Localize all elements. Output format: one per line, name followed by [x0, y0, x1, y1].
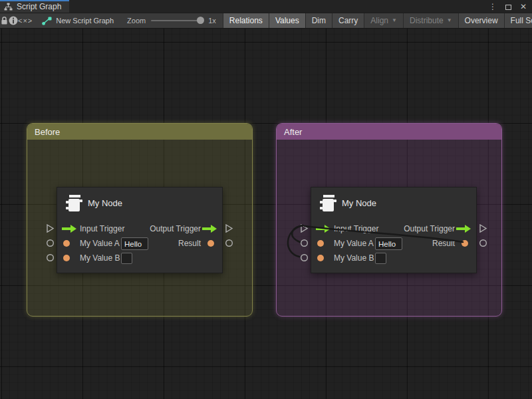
input-trigger-label: Input Trigger	[80, 222, 124, 235]
node-title: My Node	[88, 188, 122, 218]
values-button[interactable]: Values	[269, 13, 305, 28]
ext-flow-inlet-after[interactable]	[300, 224, 309, 233]
zoom-value: 1x	[208, 17, 216, 25]
ext-flow-outlet-after[interactable]	[479, 224, 487, 233]
input-trigger-port-icon[interactable]	[62, 225, 77, 233]
input-trigger-label: Input Trigger	[334, 222, 378, 235]
output-trigger-port-icon[interactable]	[202, 225, 217, 233]
node-my-node-after[interactable]: My Node Input Trigger Output Trigger My …	[311, 187, 477, 273]
group-after-title: After	[284, 127, 302, 137]
node-title: My Node	[342, 188, 376, 218]
chevron-down-icon: ▼	[447, 18, 452, 23]
ext-value-inlet-a-before[interactable]	[46, 239, 55, 247]
graph-name-label: New Script Graph	[56, 17, 114, 25]
code-preview-button[interactable]: <×>	[18, 13, 33, 28]
unit-node-icon	[319, 194, 337, 213]
zoom-control: Zoom 1x	[127, 13, 216, 28]
result-port-icon[interactable]	[207, 240, 214, 247]
node-my-node-before[interactable]: My Node Input Trigger Output Trigger My …	[57, 187, 223, 273]
value-b-label: My Value B	[80, 251, 120, 265]
ext-value-inlet-b-after[interactable]	[300, 253, 309, 262]
output-trigger-port-icon[interactable]	[456, 225, 471, 233]
node-header[interactable]: My Node	[311, 188, 476, 218]
value-a-port-icon[interactable]	[317, 240, 324, 247]
value-a-input[interactable]	[375, 237, 402, 250]
value-b-row: My Value B	[311, 251, 476, 265]
ext-value-outlet-after[interactable]	[479, 239, 487, 247]
input-trigger-port-icon[interactable]	[316, 225, 331, 233]
overview-button[interactable]: Overview	[458, 13, 504, 28]
trigger-row: Input Trigger Output Trigger	[311, 222, 476, 235]
value-a-port-icon[interactable]	[63, 240, 70, 247]
script-graph-asset-icon	[42, 17, 52, 25]
value-b-input[interactable]	[121, 253, 132, 264]
script-graph-window: Script Graph ⋮ ✕ <×>	[0, 0, 532, 399]
dim-button[interactable]: Dim	[305, 13, 332, 28]
info-button[interactable]	[9, 13, 18, 28]
tab-label: Script Graph	[17, 2, 61, 11]
result-label: Result	[178, 237, 201, 250]
carry-button[interactable]: Carry	[332, 13, 364, 28]
ext-flow-outlet-before[interactable]	[225, 224, 233, 233]
group-before-header[interactable]: Before	[27, 124, 252, 140]
tab-script-graph[interactable]: Script Graph	[0, 0, 69, 13]
window-controls: ⋮ ✕	[489, 0, 527, 13]
ext-flow-inlet-before[interactable]	[46, 224, 55, 233]
graph-canvas[interactable]: Before After My Node	[0, 29, 532, 399]
maximize-icon[interactable]	[505, 1, 511, 13]
value-b-port-icon[interactable]	[63, 255, 70, 261]
graph-identity: New Script Graph	[42, 13, 114, 28]
info-icon	[9, 16, 18, 25]
value-a-input[interactable]	[121, 237, 148, 250]
value-b-port-icon[interactable]	[317, 255, 324, 261]
output-trigger-label: Output Trigger	[404, 222, 455, 235]
group-after-header[interactable]: After	[277, 124, 501, 140]
lock-button[interactable]	[0, 13, 9, 28]
distribute-dropdown-button[interactable]: Distribute ▼	[403, 13, 458, 28]
output-trigger-label: Output Trigger	[150, 222, 201, 235]
zoom-slider-handle[interactable]	[197, 17, 204, 24]
value-a-label: My Value A	[334, 237, 374, 250]
lock-icon	[0, 16, 9, 25]
ext-value-inlet-a-after[interactable]	[300, 239, 309, 247]
value-a-row: My Value A Result	[57, 237, 222, 250]
result-label: Result	[432, 237, 455, 250]
relations-button[interactable]: Relations	[223, 13, 269, 28]
ext-value-outlet-before[interactable]	[225, 239, 233, 247]
group-before-title: Before	[35, 127, 60, 137]
value-b-row: My Value B	[57, 251, 222, 265]
zoom-label: Zoom	[127, 17, 146, 25]
graph-toolbar: <×> New Script Graph Zoom 1x Relations V…	[0, 13, 532, 29]
ext-value-inlet-b-before[interactable]	[46, 253, 55, 262]
more-menu-icon[interactable]: ⋮	[489, 3, 497, 11]
zoom-slider[interactable]	[151, 20, 203, 21]
chevron-down-icon: ▼	[392, 18, 397, 23]
value-a-row: My Value A Result	[311, 237, 476, 250]
close-icon[interactable]: ✕	[520, 3, 527, 11]
result-port-icon[interactable]	[462, 240, 468, 247]
code-brackets-icon: <×>	[18, 17, 33, 25]
value-b-label: My Value B	[334, 251, 374, 265]
toolbar-buttons: Relations Values Dim Carry Align ▼ Distr…	[223, 13, 532, 28]
fullscreen-button[interactable]: Full Screen	[504, 13, 532, 28]
value-b-input[interactable]	[375, 253, 386, 264]
graph-hierarchy-icon	[4, 3, 13, 11]
node-header[interactable]: My Node	[57, 188, 222, 218]
unit-node-icon	[65, 194, 83, 213]
value-a-label: My Value A	[80, 237, 120, 250]
tab-bar: Script Graph ⋮ ✕	[0, 0, 532, 13]
align-dropdown-button[interactable]: Align ▼	[364, 13, 403, 28]
trigger-row: Input Trigger Output Trigger	[57, 222, 222, 235]
